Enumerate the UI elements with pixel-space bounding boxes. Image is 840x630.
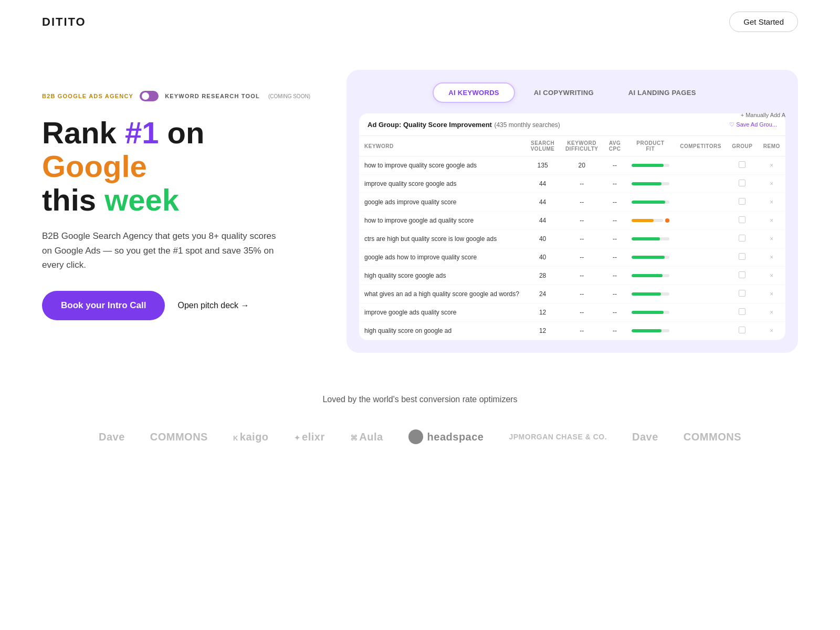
remove-button[interactable]: × [770, 198, 773, 206]
keywords-table: Keyword SearchVolume KeywordDifficulty A… [359, 136, 785, 340]
group-checkbox[interactable] [739, 216, 746, 223]
headspace-label: headspace [427, 431, 484, 443]
tab-ai-keywords[interactable]: AI KEYWORDS [433, 82, 514, 103]
group-checkbox[interactable] [739, 308, 746, 315]
manually-add-button[interactable]: + Manually Add A [741, 112, 785, 118]
remove-button[interactable]: × [770, 180, 773, 187]
cell-difficulty: 20 [560, 156, 604, 175]
cell-volume: 24 [526, 285, 560, 303]
cell-fit [626, 285, 675, 303]
get-started-button[interactable]: Get Started [729, 12, 798, 32]
remove-button[interactable]: × [770, 235, 773, 243]
cell-volume: 12 [526, 322, 560, 340]
group-checkbox[interactable] [739, 271, 746, 278]
cell-group [727, 285, 758, 303]
cell-difficulty: -- [560, 212, 604, 230]
save-ad-group-button[interactable]: ♡ Save Ad Grou... [729, 121, 777, 128]
cell-volume: 28 [526, 267, 560, 285]
table-row: how to improve quality score google ads1… [359, 156, 785, 175]
table-row: google ads how to improve quality score4… [359, 248, 785, 267]
cell-keyword: ctrs are high but quality score is low g… [359, 230, 526, 248]
cell-remove: × [758, 267, 785, 285]
remove-button[interactable]: × [770, 327, 773, 334]
remove-button[interactable]: × [770, 290, 773, 298]
logo-commons-2: COMMONS [684, 431, 741, 443]
cell-difficulty: -- [560, 193, 604, 212]
cell-difficulty: -- [560, 285, 604, 303]
group-checkbox[interactable] [739, 327, 746, 333]
cell-keyword: high quality score on google ad [359, 322, 526, 340]
cell-group [727, 212, 758, 230]
book-intro-call-button[interactable]: Book your Intro Call [42, 291, 165, 320]
col-remove: Remo [758, 136, 785, 156]
toggle-switch[interactable] [140, 91, 159, 101]
cell-fit [626, 248, 675, 267]
tab-ai-copywriting[interactable]: AI COPYWRITING [518, 82, 610, 103]
group-checkbox[interactable] [739, 180, 746, 186]
cell-keyword: how to improve google ad quality score [359, 212, 526, 230]
hero-section: B2B GOOGLE ADS AGENCY KEYWORD RESEARCH T… [0, 44, 840, 353]
cell-fit [626, 175, 675, 193]
cell-volume: 40 [526, 230, 560, 248]
cell-difficulty: -- [560, 230, 604, 248]
cell-difficulty: -- [560, 322, 604, 340]
cell-cpc: -- [604, 175, 626, 193]
open-pitch-deck-button[interactable]: Open pitch deck → [177, 301, 249, 310]
remove-button[interactable]: × [770, 309, 773, 316]
logo-aula: ⌘Aula [350, 431, 383, 443]
remove-button[interactable]: × [770, 217, 773, 224]
navigation: DITITO Get Started [0, 0, 840, 44]
table-header-row: Keyword SearchVolume KeywordDifficulty A… [359, 136, 785, 156]
keyword-label: KEYWORD RESEARCH TOOL [165, 93, 260, 99]
inner-card: Ad Group: Quality Score Improvement (435… [359, 113, 785, 340]
cell-competitors [675, 303, 727, 322]
col-competitors: Competitors [675, 136, 727, 156]
tab-bar: AI KEYWORDS AI COPYWRITING AI LANDING PA… [359, 82, 785, 103]
logo-commons-1: COMMONS [150, 431, 208, 443]
coming-soon-label: (COMING SOON) [268, 93, 310, 99]
cell-remove: × [758, 175, 785, 193]
headline-google: Google [42, 149, 147, 183]
cell-keyword: improve quality score google ads [359, 175, 526, 193]
dashboard-card: AI KEYWORDS AI COPYWRITING AI LANDING PA… [346, 70, 798, 353]
group-checkbox[interactable] [739, 235, 746, 242]
remove-button[interactable]: × [770, 254, 773, 261]
cell-cpc: -- [604, 248, 626, 267]
col-cpc: AvgCPC [604, 136, 626, 156]
cell-volume: 135 [526, 156, 560, 175]
group-checkbox[interactable] [739, 198, 746, 205]
cell-remove: × [758, 322, 785, 340]
cell-competitors [675, 322, 727, 340]
remove-button[interactable]: × [770, 272, 773, 279]
cell-cpc: -- [604, 230, 626, 248]
cell-keyword: improve google ads quality score [359, 303, 526, 322]
cell-keyword: what gives an ad a high quality score go… [359, 285, 526, 303]
hero-actions: Book your Intro Call Open pitch deck → [42, 291, 315, 320]
headline: Rank #1 on Google this week [42, 116, 315, 216]
headspace-icon [408, 429, 423, 444]
logos-section: Loved by the world's best conversion rat… [0, 353, 840, 476]
group-checkbox[interactable] [739, 290, 746, 297]
cell-keyword: high quality score google ads [359, 267, 526, 285]
cell-remove: × [758, 193, 785, 212]
col-fit: ProductFit [626, 136, 675, 156]
cell-remove: × [758, 212, 785, 230]
col-group: Group [727, 136, 758, 156]
cell-fit [626, 193, 675, 212]
remove-button[interactable]: × [770, 162, 773, 169]
cell-fit [626, 322, 675, 340]
cell-competitors [675, 285, 727, 303]
fit-dot [665, 218, 669, 223]
cell-volume: 44 [526, 212, 560, 230]
logo: DITITO [42, 15, 86, 29]
group-checkbox[interactable] [739, 161, 746, 168]
col-difficulty: KeywordDifficulty [560, 136, 604, 156]
tab-ai-landing-pages[interactable]: AI LANDING PAGES [613, 82, 712, 103]
group-checkbox[interactable] [739, 253, 746, 260]
logo-dave-1: Dave [99, 431, 125, 443]
cell-remove: × [758, 230, 785, 248]
cell-volume: 44 [526, 193, 560, 212]
cell-cpc: -- [604, 285, 626, 303]
logos-row: Dave COMMONS Kkaigo ✦elixr ⌘Aula headspa… [42, 429, 798, 444]
card-header: Ad Group: Quality Score Improvement (435… [359, 113, 785, 136]
